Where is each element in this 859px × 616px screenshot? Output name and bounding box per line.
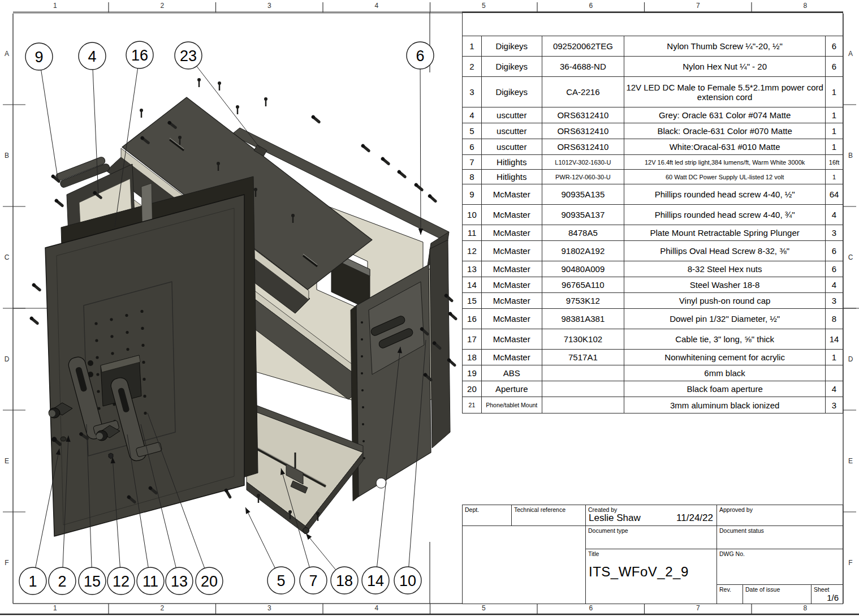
zone-col-label-top: 1	[53, 2, 57, 10]
bom-qty-13: 6	[826, 261, 843, 277]
bom-part-5: ORS6312410	[542, 123, 625, 139]
bom-part-7: L1012V-302-1630-U	[542, 155, 625, 169]
screw	[396, 169, 407, 179]
bom-part-3: CA-2216	[542, 77, 625, 107]
bom-row-3: 3DigikeysCA-221612V LED DC Male to Femal…	[463, 77, 843, 107]
bom-vendor-7: Hitlights	[482, 155, 542, 169]
zone-col-label-bottom: 6	[589, 604, 593, 612]
bom-part-18: 7517A1	[542, 350, 625, 365]
bom-row-1: 1Digikeys092520062TEGNylon Thumb Screw ¼…	[463, 36, 843, 57]
drawing-sheet: 1122334455667788AABBCCDDEEFF	[0, 0, 859, 616]
balloon-number-1: 1	[28, 573, 37, 590]
vesa-hole	[97, 390, 100, 393]
bom-desc-1: Nylon Thumb Screw ¼"-20, ½"	[624, 36, 826, 56]
bom-item-17: 17	[463, 329, 482, 349]
bom-row-19: 19ABS6mm black	[463, 365, 843, 381]
bom-qty-14: 4	[826, 277, 843, 292]
bom-part-1: 092520062TEG	[542, 36, 625, 56]
bom-desc-19: 6mm black	[624, 365, 826, 381]
bom-item-3: 3	[463, 77, 482, 107]
zone-col-label-bottom: 4	[374, 604, 378, 612]
zone-col-label-top: 8	[803, 2, 807, 10]
bom-item-8: 8	[463, 170, 482, 184]
bom-desc-7: 12V 16.4ft led strip light,384 lumens/ft…	[624, 155, 826, 169]
dwg-no-cell: DWG No.	[716, 549, 843, 585]
bom-row-8: 8HitlightsPWR-12V-060-30-U60 Watt DC Pow…	[463, 170, 843, 184]
bom-qty-11: 3	[826, 225, 843, 240]
vesa-hole	[111, 352, 114, 355]
drawing-title: ITS_WFoV_2_9	[589, 564, 689, 580]
bom-vendor-10: McMaster	[482, 205, 542, 225]
bom-part-12: 91802A192	[542, 241, 625, 261]
bom-row-18: 18McMaster7517A1Nonwhitening cement for …	[463, 350, 843, 365]
bom-row-20: 20ApertureBlack foam aperture4	[463, 381, 843, 397]
zone-col-label-top: 2	[160, 2, 164, 10]
bom-qty-5: 1	[826, 123, 843, 139]
bom-desc-8: 60 Watt DC Power Supply UL-listed 12 vol…	[624, 170, 826, 184]
bom-vendor-18: McMaster	[482, 350, 542, 365]
bom-qty-7: 16ft	[826, 155, 843, 169]
bom-row-9: 9McMaster90935A135Phillips rounded head …	[463, 184, 843, 205]
zone-col-label-top: 7	[696, 2, 700, 10]
balloon-number-13: 13	[171, 573, 188, 590]
bom-item-1: 1	[463, 36, 482, 56]
vesa-hole	[141, 344, 144, 347]
bom-desc-21: 3mm aluminum black ionized	[624, 397, 826, 413]
zone-row-label-left: F	[5, 559, 8, 567]
title-cell: Title ITS_WFoV_2_9	[585, 549, 717, 604]
date-of-issue-cell: Date of issue	[743, 584, 811, 604]
bom-vendor-9: McMaster	[482, 184, 542, 204]
leader-arrowhead	[418, 229, 423, 235]
pin-screw	[264, 97, 267, 106]
vesa-hole	[143, 395, 146, 398]
bom-item-15: 15	[463, 293, 482, 308]
created-by-cell: Created by Leslie Shaw 11/24/22	[585, 505, 717, 526]
bom-qty-19	[826, 365, 843, 381]
exploded-assembly-view	[29, 78, 458, 536]
bom-row-12: 12McMaster91802A192Phillips Oval Head Sc…	[463, 241, 843, 261]
zone-col-label-top: 3	[267, 2, 271, 10]
screw	[29, 316, 40, 325]
created-date: 11/24/22	[676, 512, 713, 524]
bom-part-17: 7130K102	[542, 329, 625, 349]
bom-part-21	[542, 397, 625, 413]
date-of-issue-label: Date of issue	[745, 586, 780, 593]
vesa-hole	[96, 356, 98, 359]
bom-desc-9: Phillips rounded head screw 4-40, ½"	[624, 184, 826, 204]
bom-part-11: 8478A5	[542, 225, 625, 240]
bom-desc-17: Cable tie, 3" long, ⅝" thick	[624, 329, 826, 349]
leader-line-5	[245, 507, 275, 568]
bom-row-2: 2Digikeys36-4688-NDNylon Hex Nut ¼" - 20…	[463, 57, 843, 77]
screw	[31, 282, 42, 292]
zone-row-label-right: C	[848, 253, 853, 261]
bom-qty-17: 14	[826, 329, 843, 349]
sheet-number: 1/6	[827, 593, 839, 602]
vinyl-round-cap	[303, 528, 309, 534]
balloon-number-2: 2	[58, 573, 66, 590]
bom-desc-3: 12V LED DC Male to Female 5.5*2.1mm powe…	[624, 77, 826, 107]
screw	[310, 114, 321, 124]
bom-desc-16: Dowel pin 1/32" Diameter, ½"	[624, 309, 826, 329]
sheet-cell: Sheet 1/6	[811, 584, 843, 604]
vesa-hole	[110, 318, 113, 321]
bom-desc-10: Phillips rounded head screw 4-40, ¾"	[624, 205, 826, 225]
vesa-hole	[126, 348, 129, 351]
vesa-hole	[142, 361, 145, 364]
leader-line-4	[93, 70, 98, 196]
document-type-cell: Document type	[585, 525, 717, 549]
screw	[54, 198, 64, 208]
vesa-hole	[125, 314, 128, 317]
zone-row-label-right: B	[848, 152, 853, 160]
zone-col-label-bottom: 3	[267, 604, 271, 612]
bom-item-14: 14	[463, 277, 482, 292]
balloon-number-20: 20	[201, 573, 218, 590]
vesa-hole	[141, 327, 144, 330]
balloon-number-15: 15	[84, 573, 101, 590]
bom-row-15: 15McMaster9753K12Vinyl push-on round cap…	[463, 293, 843, 309]
zone-col-label-top: 4	[374, 2, 378, 10]
balloon-number-10: 10	[399, 572, 416, 589]
bom-qty-6: 1	[826, 139, 843, 154]
bom-vendor-11: McMaster	[482, 225, 542, 240]
bom-item-19: 19	[463, 365, 482, 381]
pin-screw	[140, 109, 143, 118]
